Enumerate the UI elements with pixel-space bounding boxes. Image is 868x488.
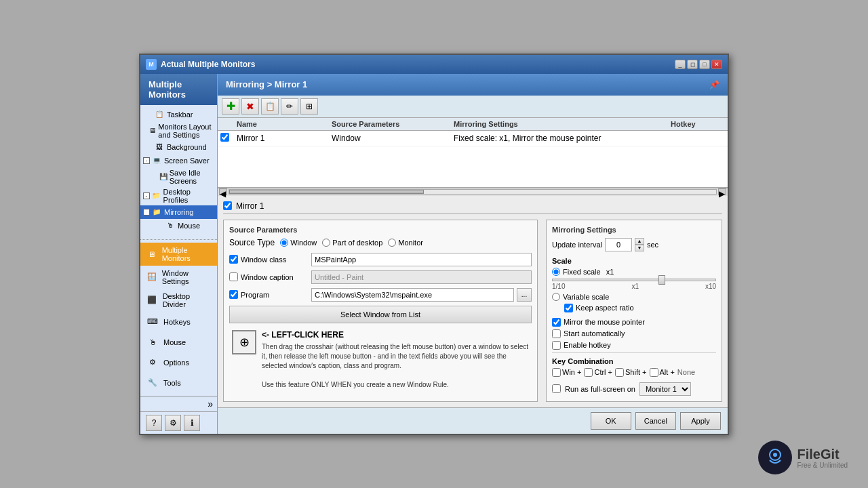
ok-button[interactable]: OK	[591, 412, 631, 430]
drag-hint-body: Then drag the crosshair (without releasi…	[262, 342, 529, 390]
sidebar-item-mouse[interactable]: 🖱 Mouse	[140, 219, 217, 232]
drag-hint-title: <- LEFT-CLICK HERE	[262, 330, 529, 340]
spin-up[interactable]: ▲	[635, 238, 644, 245]
nav-options[interactable]: ⚙ Options	[140, 352, 217, 373]
save-idle-label: Save Idle Screens	[170, 169, 214, 185]
sidebar-expand-icon[interactable]: »	[208, 399, 213, 409]
shift-label: Shift +	[625, 368, 647, 376]
scroll-thumb[interactable]	[229, 190, 424, 194]
row-checkbox[interactable]	[220, 133, 229, 142]
nav-hk-label: Hotkeys	[163, 318, 191, 326]
sidebar-item-taskbar[interactable]: 📋 Taskbar	[140, 108, 217, 121]
row-source: Window	[332, 134, 454, 143]
mirror-table: Name Source Parameters Mirroring Setting…	[218, 118, 728, 188]
program-input[interactable]	[311, 288, 514, 302]
config-row: Source Parameters Source Type Window Par…	[223, 220, 722, 402]
shift-checkbox[interactable]	[615, 368, 624, 377]
spin-down[interactable]: ▼	[635, 245, 644, 251]
sidebar-item-monitors-layout[interactable]: 🖥 Monitors Layout and Settings	[140, 121, 217, 140]
filegit-icon	[758, 441, 792, 474]
scroll-left[interactable]: ◀	[219, 188, 227, 195]
win-checkbox[interactable]	[552, 368, 561, 377]
settings-icon[interactable]: ⚙	[165, 415, 181, 431]
minimize-button[interactable]: _	[675, 60, 686, 69]
nav-tools-icon: 🔧	[146, 376, 159, 390]
monitors-icon: 🖥	[149, 125, 156, 136]
svg-point-1	[773, 453, 777, 457]
nav-tools[interactable]: 🔧 Tools	[140, 373, 217, 393]
screen-saver-expand[interactable]: -	[143, 157, 150, 164]
fullscreen-row: Run as full-screen on Monitor 1	[552, 382, 716, 396]
nav-window-settings[interactable]: 🪟 Window Settings	[140, 266, 217, 289]
type-part-desktop[interactable]: Part of desktop	[322, 239, 382, 247]
start-auto-checkbox[interactable]	[552, 329, 561, 338]
taskbar-label: Taskbar	[167, 110, 193, 119]
restore-button[interactable]: ◻	[687, 60, 698, 69]
panel-pin-icon[interactable]: 📌	[709, 79, 719, 90]
none-label: None	[677, 368, 695, 376]
window-title: Actual Multiple Monitors	[161, 60, 255, 69]
alt-label: Alt +	[660, 368, 675, 376]
nav-hotkeys[interactable]: ⌨ Hotkeys	[140, 312, 217, 332]
hotkey-section: Key Combination Win + Ctrl +	[552, 352, 716, 377]
close-button[interactable]: ✕	[711, 60, 722, 69]
info-icon[interactable]: ℹ	[184, 415, 200, 431]
type-window[interactable]: Window	[280, 239, 317, 247]
window-caption-checkbox[interactable]	[229, 272, 238, 281]
monitor-select[interactable]: Monitor 1	[639, 382, 691, 396]
browse-button[interactable]: ...	[517, 288, 532, 302]
nav-desktop-divider[interactable]: ⬛ Desktop Divider	[140, 289, 217, 312]
sidebar: Multiple Monitors 📋 Taskbar 🖥 Monitors L…	[140, 74, 218, 434]
program-checkbox[interactable]	[229, 290, 238, 299]
sidebar-item-screen-saver[interactable]: - 💻 Screen Saver	[140, 154, 217, 167]
window-caption-input[interactable]	[311, 270, 532, 284]
ctrl-checkbox[interactable]	[584, 368, 593, 377]
apply-button[interactable]: Apply	[680, 412, 721, 430]
sidebar-header: Multiple Monitors	[140, 74, 217, 105]
copy-button[interactable]: 📋	[261, 98, 279, 115]
maximize-button[interactable]: □	[699, 60, 710, 69]
fixed-scale-label: Fixed scale	[563, 268, 601, 276]
scale-slider[interactable]	[552, 279, 716, 281]
cancel-button[interactable]: Cancel	[635, 412, 676, 430]
update-interval-input[interactable]	[605, 238, 632, 251]
select-window-button[interactable]: Select Window from List	[229, 306, 532, 323]
nav-multiple-monitors[interactable]: 🖥 Multiple Monitors	[140, 243, 217, 266]
alt-checkbox[interactable]	[650, 368, 658, 377]
background-icon: 🖼	[154, 142, 165, 152]
mirror-pointer-checkbox[interactable]	[552, 318, 561, 327]
horizontal-scrollbar[interactable]: ◀ ▶	[218, 188, 728, 196]
keep-aspect-checkbox[interactable]	[564, 304, 573, 312]
mirroring-expand[interactable]: -	[143, 209, 150, 216]
scroll-track[interactable]	[229, 189, 717, 195]
edit-button[interactable]: ✏	[281, 98, 298, 115]
source-type-row: Source Type Window Part of desktop Monit…	[229, 238, 532, 247]
desktop-profiles-expand[interactable]: -	[143, 192, 150, 199]
scroll-right[interactable]: ▶	[718, 188, 726, 195]
type-monitor[interactable]: Monitor	[388, 239, 423, 247]
mirroring-settings-title: Mirroring Settings	[552, 226, 716, 234]
mirror-enabled-checkbox[interactable]	[223, 201, 232, 210]
sidebar-item-background[interactable]: 🖼 Background	[140, 140, 217, 154]
group-button[interactable]: ⊞	[300, 98, 318, 115]
right-panel: Mirroring > Mirror 1 📌 ✚ ✖ 📋 ✏ ⊞ Name So…	[218, 74, 728, 434]
nav-mouse-icon: 🖱	[146, 336, 159, 349]
key-combo-title: Key Combination	[552, 357, 716, 365]
sidebar-item-desktop-profiles[interactable]: - 📁 Desktop Profiles	[140, 186, 217, 205]
scale-slider-thumb[interactable]	[658, 275, 665, 285]
sidebar-item-mirroring[interactable]: - 📁 Mirroring	[140, 205, 217, 219]
window-class-checkbox[interactable]	[229, 255, 238, 264]
table-row[interactable]: Mirror 1 Window Fixed scale: x1, Mirror …	[218, 131, 728, 146]
window-class-input[interactable]	[311, 253, 532, 266]
enable-hotkey-checkbox[interactable]	[552, 341, 561, 350]
fullscreen-checkbox[interactable]	[552, 384, 561, 393]
variable-scale-radio[interactable]	[552, 293, 560, 301]
panel-title: Mirroring > Mirror 1	[226, 79, 307, 89]
help-icon[interactable]: ?	[146, 415, 162, 431]
add-button[interactable]: ✚	[222, 98, 239, 115]
nav-mouse[interactable]: 🖱 Mouse	[140, 332, 217, 352]
remove-button[interactable]: ✖	[241, 98, 259, 115]
fixed-scale-radio[interactable]	[552, 268, 560, 276]
sidebar-item-save-idle[interactable]: 💾 Save Idle Screens	[140, 167, 217, 186]
mouse-label: Mouse	[178, 222, 200, 230]
